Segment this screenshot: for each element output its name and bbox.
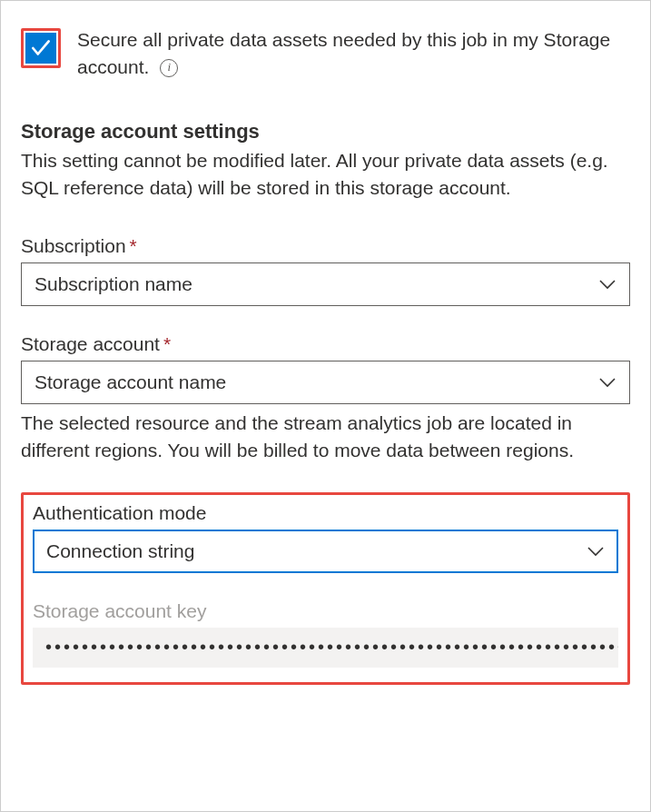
info-icon[interactable]: i	[160, 59, 178, 77]
storage-key-label: Storage account key	[33, 600, 618, 622]
subscription-dropdown[interactable]: Subscription name	[21, 262, 630, 306]
secure-data-checkbox-row: Secure all private data assets needed by…	[21, 26, 630, 82]
auth-mode-label: Authentication mode	[33, 502, 618, 524]
auth-mode-value: Connection string	[46, 540, 194, 562]
auth-mode-dropdown[interactable]: Connection string	[33, 530, 618, 573]
storage-account-value: Storage account name	[35, 371, 226, 393]
subscription-label: Subscription*	[21, 235, 630, 257]
storage-key-value: ••••••••••••••••••••••••••••••••••••••••…	[45, 637, 618, 658]
auth-mode-field: Authentication mode Connection string	[33, 502, 618, 573]
storage-account-label: Storage account*	[21, 333, 630, 355]
chevron-down-icon	[587, 545, 605, 558]
storage-key-input[interactable]: ••••••••••••••••••••••••••••••••••••••••…	[33, 628, 618, 668]
storage-key-field: Storage account key ••••••••••••••••••••…	[33, 600, 618, 668]
storage-account-helper: The selected resource and the stream ana…	[21, 410, 630, 465]
checkmark-icon	[29, 36, 53, 60]
highlight-authentication: Authentication mode Connection string St…	[21, 492, 630, 685]
secure-data-checkbox[interactable]	[25, 33, 56, 64]
chevron-down-icon	[598, 278, 616, 291]
subscription-value: Subscription name	[35, 273, 192, 295]
secure-data-label-text: Secure all private data assets needed by…	[77, 29, 610, 77]
chevron-down-icon	[598, 376, 616, 389]
section-heading: Storage account settings	[21, 120, 630, 144]
storage-settings-panel: Secure all private data assets needed by…	[0, 0, 651, 812]
required-asterisk: *	[163, 333, 171, 354]
storage-account-field: Storage account* Storage account name Th…	[21, 333, 630, 465]
highlight-checkbox	[21, 28, 61, 68]
subscription-field: Subscription* Subscription name	[21, 235, 630, 306]
storage-account-label-text: Storage account	[21, 333, 160, 354]
secure-data-label: Secure all private data assets needed by…	[77, 26, 630, 82]
required-asterisk: *	[130, 235, 137, 256]
section-description: This setting cannot be modified later. A…	[21, 147, 630, 203]
storage-account-dropdown[interactable]: Storage account name	[21, 361, 630, 404]
subscription-label-text: Subscription	[21, 235, 126, 256]
